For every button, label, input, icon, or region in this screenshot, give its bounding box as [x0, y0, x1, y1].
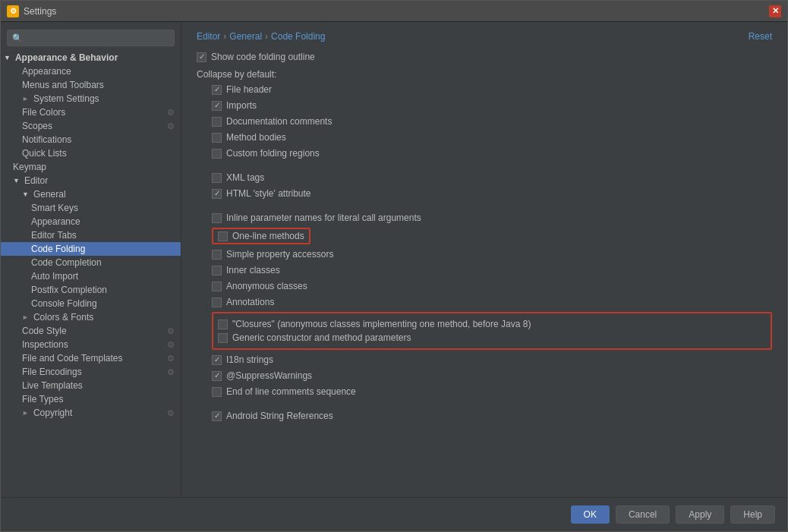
anonymous-classes-label[interactable]: Anonymous classes — [226, 281, 307, 291]
sidebar-item-inspections[interactable]: Inspections ⚙ — [1, 338, 181, 351]
sidebar-label: Editor Tabs — [31, 230, 77, 241]
suppress-warnings-checkbox[interactable] — [212, 371, 222, 381]
search-box[interactable]: 🔍 — [7, 30, 175, 46]
html-style-label[interactable]: HTML 'style' attribute — [226, 188, 311, 199]
annotations-label[interactable]: Annotations — [226, 297, 274, 307]
close-button[interactable]: ✕ — [769, 5, 781, 17]
android-strings-label[interactable]: Android String References — [226, 411, 333, 421]
settings-window: ⚙ Settings ✕ 🔍 ▼ Appearance & Behavior A… — [0, 0, 788, 532]
file-header-row: File header — [212, 83, 772, 96]
annotations-checkbox[interactable] — [212, 297, 222, 307]
search-input[interactable] — [26, 33, 169, 43]
xml-tags-label[interactable]: XML tags — [226, 172, 264, 183]
ok-button[interactable]: OK — [571, 505, 610, 524]
sidebar-label: Editor — [24, 175, 48, 186]
sidebar-item-file-code-templates[interactable]: File and Code Templates ⚙ — [1, 351, 181, 365]
file-header-checkbox[interactable] — [212, 85, 222, 95]
breadcrumb-general: General — [229, 31, 262, 42]
closures-checkbox[interactable] — [218, 320, 228, 329]
reset-link[interactable]: Reset — [749, 31, 772, 42]
apply-button[interactable]: Apply — [676, 505, 724, 524]
i18n-strings-label[interactable]: I18n strings — [226, 354, 273, 365]
sidebar-item-smart-keys[interactable]: Smart Keys — [1, 201, 181, 215]
inner-classes-label[interactable]: Inner classes — [226, 265, 280, 275]
anonymous-classes-checkbox[interactable] — [212, 282, 222, 291]
suppress-warnings-label[interactable]: @SuppressWarnings — [226, 370, 312, 381]
sidebar-item-editor[interactable]: ▼ Editor — [1, 174, 181, 187]
sidebar-item-appearance-behavior[interactable]: ▼ Appearance & Behavior — [1, 51, 181, 65]
sidebar-item-editor-tabs[interactable]: Editor Tabs — [1, 228, 181, 242]
method-bodies-checkbox[interactable] — [212, 133, 222, 143]
breadcrumb-editor: Editor — [197, 31, 220, 42]
inline-param-checkbox[interactable] — [212, 213, 222, 223]
xml-tags-checkbox[interactable] — [212, 173, 222, 183]
imports-checkbox[interactable] — [212, 101, 222, 111]
sidebar-item-system-settings[interactable]: ► System Settings — [1, 92, 181, 105]
sidebar-label: Appearance & Behavior — [15, 52, 118, 63]
sidebar-item-scopes[interactable]: Scopes ⚙ — [1, 119, 181, 133]
sidebar-item-live-templates[interactable]: Live Templates — [1, 379, 181, 392]
sidebar-item-colors-fonts[interactable]: ► Colors & Fonts — [1, 310, 181, 324]
sidebar-item-file-types[interactable]: File Types — [1, 392, 181, 406]
show-folding-outline-checkbox[interactable] — [197, 52, 206, 62]
html-style-checkbox[interactable] — [212, 189, 222, 199]
sidebar-item-appearance[interactable]: Appearance — [1, 65, 181, 78]
help-button[interactable]: Help — [730, 505, 775, 524]
inline-param-label[interactable]: Inline parameter names for literal call … — [226, 212, 421, 223]
generic-constructor-label[interactable]: Generic constructor and method parameter… — [232, 332, 411, 343]
sidebar-item-console-folding[interactable]: Console Folding — [1, 297, 181, 310]
one-line-methods-checkbox[interactable] — [218, 231, 228, 241]
custom-folding-row: Custom folding regions — [212, 147, 772, 159]
sidebar-item-code-style[interactable]: Code Style ⚙ — [1, 324, 181, 338]
sidebar-item-auto-import[interactable]: Auto Import — [1, 269, 181, 283]
sidebar-label: File Types — [22, 394, 63, 405]
sidebar-label: Menus and Toolbars — [22, 80, 104, 90]
inner-classes-checkbox[interactable] — [212, 266, 222, 275]
generic-constructor-checkbox[interactable] — [218, 333, 228, 343]
sidebar-item-notifications[interactable]: Notifications — [1, 133, 181, 146]
sidebar-label: Appearance — [31, 216, 80, 227]
generic-constructor-row: Generic constructor and method parameter… — [218, 332, 766, 344]
end-of-line-row: End of line comments sequence — [212, 386, 772, 398]
one-line-methods-label[interactable]: One-line methods — [232, 231, 304, 241]
method-bodies-row: Method bodies — [212, 131, 772, 143]
simple-property-checkbox[interactable] — [212, 250, 222, 260]
html-style-row: HTML 'style' attribute — [212, 187, 772, 200]
doc-comments-checkbox[interactable] — [212, 117, 222, 127]
android-strings-checkbox[interactable] — [212, 411, 222, 421]
sidebar-item-file-encodings[interactable]: File Encodings ⚙ — [1, 365, 181, 379]
imports-row: Imports — [212, 99, 772, 112]
simple-property-label[interactable]: Simple property accessors — [226, 249, 333, 260]
sidebar-item-code-folding[interactable]: Code Folding — [1, 242, 181, 256]
annotations-row: Annotations — [212, 296, 772, 308]
sidebar-item-code-completion[interactable]: Code Completion — [1, 256, 181, 269]
sidebar-item-keymap[interactable]: Keymap — [1, 160, 181, 174]
sidebar-label: Live Templates — [22, 380, 83, 391]
custom-folding-checkbox[interactable] — [212, 149, 222, 159]
breadcrumb-code-folding: Code Folding — [271, 31, 325, 42]
sidebar-item-general[interactable]: ▼ General — [1, 187, 181, 201]
show-folding-outline-row: Show code folding outline — [197, 51, 772, 63]
expand-icon: ► — [22, 313, 29, 321]
show-folding-outline-label[interactable]: Show code folding outline — [211, 52, 315, 62]
settings-icon: ⚙ — [167, 340, 175, 350]
sidebar-item-file-colors[interactable]: File Colors ⚙ — [1, 105, 181, 119]
end-of-line-checkbox[interactable] — [212, 387, 222, 397]
sidebar-item-postfix-completion[interactable]: Postfix Completion — [1, 283, 181, 297]
end-of-line-label[interactable]: End of line comments sequence — [226, 386, 356, 397]
sidebar-label: General — [33, 189, 66, 200]
sidebar-label: Postfix Completion — [31, 285, 107, 295]
file-header-label[interactable]: File header — [226, 84, 272, 95]
imports-label[interactable]: Imports — [226, 100, 257, 111]
cancel-button[interactable]: Cancel — [616, 505, 670, 524]
sidebar-item-copyright[interactable]: ► Copyright ⚙ — [1, 406, 181, 420]
sidebar-item-menus-toolbars[interactable]: Menus and Toolbars — [1, 78, 181, 92]
method-bodies-label[interactable]: Method bodies — [226, 132, 286, 143]
one-line-methods-highlighted-row: One-line methods — [212, 228, 772, 244]
sidebar-item-appearance-editor[interactable]: Appearance — [1, 215, 181, 228]
sidebar-item-quick-lists[interactable]: Quick Lists — [1, 146, 181, 160]
doc-comments-label[interactable]: Documentation comments — [226, 116, 332, 127]
i18n-strings-checkbox[interactable] — [212, 355, 222, 365]
custom-folding-label[interactable]: Custom folding regions — [226, 148, 320, 159]
closures-label[interactable]: "Closures" (anonymous classes implementi… — [232, 319, 531, 329]
